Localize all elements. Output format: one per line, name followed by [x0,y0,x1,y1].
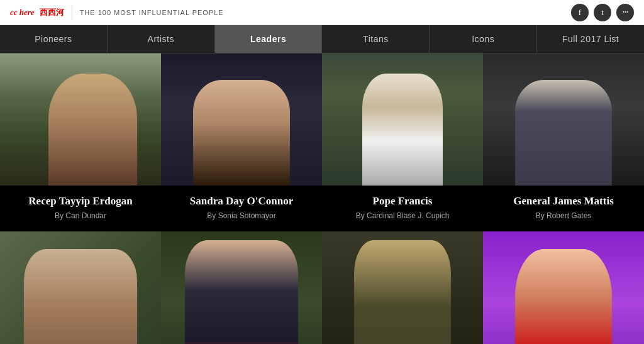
card-erdogan-overlay: Recep Tayyip Erdogan By Can Dundar [0,186,161,231]
site-header: cc here 西西河 THE 100 MOST INFLUENTIAL PEO… [0,0,644,25]
logo-cc: cc here [10,8,35,18]
card-pope-name: Pope Francis [332,194,473,208]
card-soleimani-image [322,231,483,344]
card-oconnor-name: Sandra Day O'Connor [171,194,312,208]
card-grid-row1: Recep Tayyip Erdogan By Can Dundar Sandr… [0,53,644,231]
card-erdogan-image [0,53,161,186]
header-divider [72,5,72,20]
logo: cc here 西西河 [10,7,64,18]
card-soleimani[interactable]: Major General Qasem Soleimani By Kenneth… [322,231,483,344]
twitter-icon[interactable]: t [594,4,611,21]
facebook-icon[interactable]: f [571,4,589,21]
card-santos[interactable]: Juan Manuel Santos By Ingrid Betancourt [161,231,322,344]
card-oconnor-by: By Sonia Sotomayor [171,211,312,220]
card-erdogan-by: By Can Dundar [10,211,151,220]
card-erdogan[interactable]: Recep Tayyip Erdogan By Can Dundar [0,53,161,231]
card-santos-image [161,231,322,344]
nav-pioneers[interactable]: Pioneers [0,25,108,53]
card-mattis[interactable]: General James Mattis By Robert Gates [483,53,644,231]
card-mattis-image [483,53,644,186]
header-subtitle: THE 100 MOST INFLUENTIAL PEOPLE [80,9,224,16]
card-mattis-by: By Robert Gates [493,211,634,220]
card-pope[interactable]: Pope Francis By Cardinal Blase J. Cupich [322,53,483,231]
card-mattis-overlay: General James Mattis By Robert Gates [483,186,644,231]
card-oconnor[interactable]: Sandra Day O'Connor By Sonia Sotomayor [161,53,322,231]
card-pope-by: By Cardinal Blase J. Cupich [332,211,473,220]
nav-titans[interactable]: Titans [322,25,430,53]
card-erdogan-name: Recep Tayyip Erdogan [10,194,151,208]
card-gates[interactable]: Melinda Gates By Sheryl Sandberg [483,231,644,344]
social-icons: f t ··· [571,4,634,21]
card-pope-image [322,53,483,186]
more-icon[interactable]: ··· [616,4,634,21]
nav-full-list[interactable]: Full 2017 List [537,25,644,53]
card-gates-image [483,231,644,344]
nav-artists[interactable]: Artists [108,25,215,53]
card-pope-overlay: Pope Francis By Cardinal Blase J. Cupich [322,186,483,231]
card-oconnor-overlay: Sandra Day O'Connor By Sonia Sotomayor [161,186,322,231]
main-nav: Pioneers Artists Leaders Titans Icons Fu… [0,25,644,53]
card-king[interactable]: King Maha Vajiralongkorn By Charlie Camp… [0,231,161,344]
card-grid-row2: King Maha Vajiralongkorn By Charlie Camp… [0,231,644,344]
logo-cn: 西西河 [40,7,64,18]
card-mattis-name: General James Mattis [493,194,634,208]
nav-icons[interactable]: Icons [430,25,537,53]
card-king-image [0,231,161,344]
card-oconnor-image [161,53,322,186]
nav-leaders[interactable]: Leaders [215,25,323,53]
